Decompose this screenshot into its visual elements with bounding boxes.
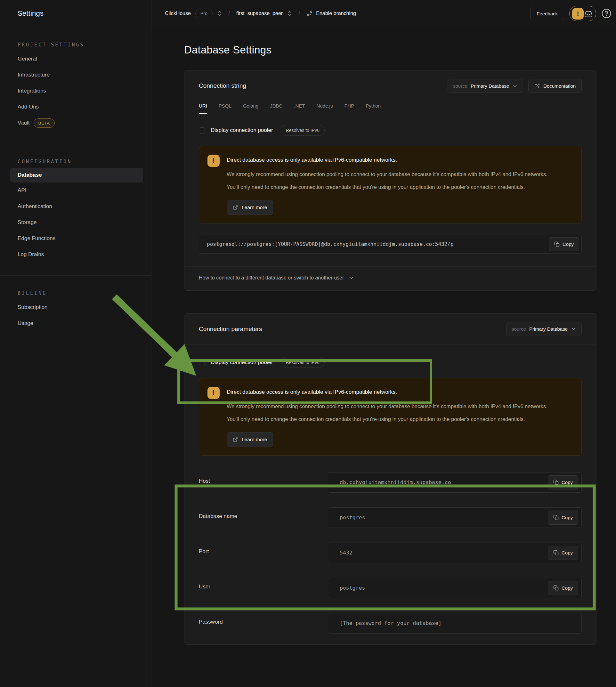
ipv6-warning-callout: ! Direct database access is only availab… bbox=[199, 378, 582, 456]
section-label-project-settings: PROJECT SETTINGS bbox=[0, 42, 151, 51]
host-label: Host bbox=[199, 472, 328, 484]
connection-string-tabs: URI PSQL Golang JDBC .NET Node.js PHP Py… bbox=[184, 98, 596, 114]
host-field[interactable]: db.cxhygiuitamxhniiddjm.supabase.co Copy bbox=[328, 472, 582, 493]
sidebar-item-authentication[interactable]: Authentication bbox=[0, 198, 151, 215]
port-label: Port bbox=[199, 542, 328, 555]
org-switcher-chevrons-icon[interactable] bbox=[217, 10, 222, 17]
param-row-port: Port 5432 Copy bbox=[199, 542, 582, 563]
enable-branching-button[interactable]: Enable branching bbox=[306, 10, 356, 17]
resolves-to-ipv6-badge: Resolves to IPv6 bbox=[281, 125, 325, 136]
warning-alert-icon: ! bbox=[207, 387, 220, 399]
database-settings-title: Database Settings bbox=[184, 44, 616, 56]
copy-button[interactable]: Copy bbox=[549, 237, 579, 251]
chevron-down-icon bbox=[571, 326, 576, 332]
password-label: Password bbox=[199, 613, 328, 625]
warning-body: We strongly recommend using connection p… bbox=[227, 168, 556, 194]
warning-title: Direct database access is only available… bbox=[227, 155, 556, 163]
copy-button[interactable]: Copy bbox=[548, 581, 578, 595]
tab-dotnet[interactable]: .NET bbox=[294, 103, 305, 114]
display-connection-pooler-label: Display connection pooler bbox=[211, 127, 273, 133]
copy-button[interactable]: Copy bbox=[548, 511, 578, 525]
sidebar-item-add-ons[interactable]: Add Ons bbox=[0, 99, 151, 115]
git-branch-icon bbox=[306, 10, 313, 17]
external-link-icon bbox=[233, 205, 238, 210]
documentation-button[interactable]: Documentation bbox=[528, 79, 582, 93]
breadcrumb: ClickHouse Pro / first_supabase_peer / E… bbox=[151, 0, 530, 27]
copy-icon bbox=[554, 241, 560, 247]
database-name-label: Database name bbox=[199, 507, 328, 519]
learn-more-button[interactable]: Learn more bbox=[227, 200, 273, 215]
tab-jdbc[interactable]: JDBC bbox=[270, 103, 282, 114]
param-row-host: Host db.cxhygiuitamxhniiddjm.supabase.co… bbox=[199, 472, 582, 493]
sidebar-item-usage[interactable]: Usage bbox=[0, 315, 151, 331]
connection-string-value: postgresql://postgres:[YOUR-PASSWORD]@db… bbox=[199, 241, 581, 247]
section-label-billing: BILLING bbox=[0, 290, 151, 299]
port-field[interactable]: 5432 Copy bbox=[328, 542, 582, 563]
copy-button[interactable]: Copy bbox=[548, 475, 578, 489]
sidebar-item-log-drains[interactable]: Log Drains bbox=[0, 246, 151, 263]
breadcrumb-project[interactable]: first_supabase_peer bbox=[236, 10, 283, 16]
sidebar-item-integrations[interactable]: Integrations bbox=[0, 83, 151, 99]
breadcrumb-org[interactable]: ClickHouse bbox=[165, 10, 191, 16]
sidebar-item-edge-functions[interactable]: Edge Functions bbox=[0, 230, 151, 246]
database-name-field[interactable]: postgres Copy bbox=[328, 507, 582, 528]
learn-more-button[interactable]: Learn more bbox=[227, 432, 273, 447]
connection-string-card: Connection string source Primary Databas… bbox=[184, 70, 596, 291]
tab-python[interactable]: Python bbox=[366, 103, 381, 114]
sidebar-item-subscription[interactable]: Subscription bbox=[0, 299, 151, 315]
settings-sidebar: PROJECT SETTINGS General Infrastructure … bbox=[0, 27, 151, 687]
connection-help-expander[interactable]: How to connect to a different database o… bbox=[184, 266, 596, 290]
sidebar-item-storage[interactable]: Storage bbox=[0, 215, 151, 230]
sidebar-item-general[interactable]: General bbox=[0, 51, 151, 67]
chevron-down-icon bbox=[348, 275, 354, 281]
tab-nodejs[interactable]: Node.js bbox=[317, 103, 333, 114]
password-field[interactable]: [The password for your database] bbox=[328, 613, 582, 634]
param-row-password: Password [The password for your database… bbox=[199, 613, 582, 634]
tab-uri[interactable]: URI bbox=[199, 103, 207, 114]
param-row-user: User postgres Copy bbox=[199, 578, 582, 598]
main-content: Database Settings Connection string sour… bbox=[151, 27, 616, 687]
tab-php[interactable]: PHP bbox=[344, 103, 354, 114]
connection-parameters-list: Host db.cxhygiuitamxhniiddjm.supabase.co… bbox=[199, 472, 582, 644]
display-connection-pooler-checkbox[interactable] bbox=[199, 359, 205, 365]
display-connection-pooler-label: Display connection pooler bbox=[211, 359, 273, 365]
project-switcher-chevrons-icon[interactable] bbox=[287, 10, 292, 17]
sidebar-item-infrastructure[interactable]: Infrastructure bbox=[0, 67, 151, 83]
top-header: Settings ClickHouse Pro / first_supabase… bbox=[0, 0, 616, 27]
copy-button[interactable]: Copy bbox=[548, 546, 578, 560]
inbox-tray-icon bbox=[584, 10, 593, 18]
breadcrumb-separator: / bbox=[296, 10, 302, 17]
help-button[interactable] bbox=[601, 8, 612, 19]
tab-golang[interactable]: Golang bbox=[243, 103, 258, 114]
source-select[interactable]: source Primary Database bbox=[506, 322, 582, 336]
external-link-icon bbox=[233, 437, 238, 442]
ipv6-warning-callout: ! Direct database access is only availab… bbox=[199, 146, 582, 223]
copy-icon bbox=[553, 480, 559, 485]
external-link-icon bbox=[534, 83, 540, 89]
org-plan-badge: Pro bbox=[195, 9, 213, 18]
copy-icon bbox=[553, 550, 559, 555]
section-label-configuration: CONFIGURATION bbox=[0, 159, 151, 168]
sidebar-item-database[interactable]: Database bbox=[10, 168, 143, 182]
resolves-to-ipv6-badge: Resolves to IPv6 bbox=[281, 357, 325, 368]
feedback-button[interactable]: Feedback bbox=[530, 7, 564, 20]
beta-badge: BETA bbox=[34, 118, 55, 128]
notification-alert-icon: ! bbox=[572, 8, 584, 20]
notifications-button[interactable]: ! bbox=[569, 6, 596, 21]
tab-psql[interactable]: PSQL bbox=[219, 103, 232, 114]
connection-parameters-title: Connection parameters bbox=[199, 326, 262, 333]
page-title: Settings bbox=[18, 9, 44, 18]
sidebar-item-vault[interactable]: Vault BETA bbox=[0, 115, 151, 131]
user-field[interactable]: postgres Copy bbox=[328, 578, 582, 598]
copy-icon bbox=[553, 515, 559, 520]
source-select[interactable]: source Primary Database bbox=[447, 79, 523, 93]
connection-parameters-card: Connection parameters source Primary Dat… bbox=[184, 313, 596, 645]
warning-body: We strongly recommend using connection p… bbox=[227, 400, 556, 426]
breadcrumb-separator: / bbox=[226, 10, 232, 17]
connection-string-field[interactable]: postgresql://postgres:[YOUR-PASSWORD]@db… bbox=[199, 235, 582, 253]
header-actions: Feedback ! bbox=[530, 0, 616, 27]
display-connection-pooler-checkbox[interactable] bbox=[199, 127, 205, 133]
param-row-database-name: Database name postgres Copy bbox=[199, 507, 582, 528]
chevron-down-icon bbox=[512, 83, 518, 89]
sidebar-item-api[interactable]: API bbox=[0, 182, 151, 198]
